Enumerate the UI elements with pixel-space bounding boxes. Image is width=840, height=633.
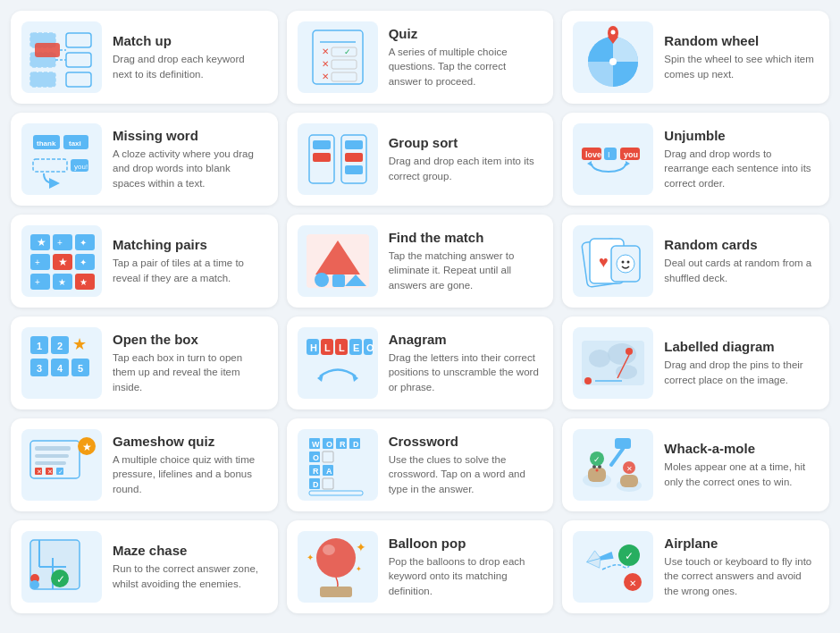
svg-rect-51 [30,254,50,270]
icon-random-wheel [573,21,653,93]
card-match-up[interactable]: Match up Drag and drop each keyword next… [11,11,278,104]
icon-crossword: W O R D O R D A [298,429,378,501]
svg-text:I: I [608,150,610,159]
card-desc-crossword: Use the clues to solve the crossword. Ta… [389,452,542,495]
icon-airplane: ✓ ✕ [573,531,653,603]
card-airplane[interactable]: ✓ ✕ Airplane Use touch or keyboard to fl… [562,520,829,613]
card-title-group-sort: Group sort [389,135,542,150]
svg-rect-6 [35,43,60,57]
svg-text:+: + [35,257,40,267]
card-missing-word[interactable]: thank taxi you! Missing word A cloze act… [11,113,278,206]
svg-rect-2 [30,72,55,87]
card-text-missing-word: Missing word A cloze activity where you … [113,128,265,190]
svg-rect-32 [313,140,331,149]
card-open-the-box[interactable]: 1 2 3 4 5 ★ Open the box Tap each box in… [11,316,278,409]
svg-point-101 [616,365,637,379]
card-desc-gameshow-quiz: A multiple choice quiz with time pressur… [113,452,265,495]
svg-text:✦: ✦ [80,257,87,267]
card-balloon-pop[interactable]: ✦ ✦ ✦ Balloon pop Pop the balloons to dr… [287,520,554,613]
svg-text:♥: ♥ [599,253,609,271]
svg-text:★: ★ [82,441,92,453]
icon-labelled-diagram [573,327,653,399]
card-matching-pairs[interactable]: ★ + ✦ + ★ ✦ + ★ ★ Matching pairs Ta [11,215,278,308]
card-random-cards[interactable]: ♥ Random cards Deal out cards at random … [562,215,829,308]
card-random-wheel[interactable]: Random wheel Spin the wheel to see which… [562,11,829,104]
card-text-anagram: Anagram Drag the letters into their corr… [389,332,542,393]
card-maze-chase[interactable]: ✓ Maze chase Run to the correct answer z… [11,520,278,613]
svg-text:✦: ✦ [307,553,314,562]
card-quiz[interactable]: ✕ ✕ ✕ ✓ Quiz A series of multiple choice… [287,11,554,104]
svg-text:E: E [353,342,359,353]
svg-text:A: A [326,467,332,476]
svg-text:✕: ✕ [322,72,329,81]
svg-rect-36 [345,165,363,174]
svg-text:4: 4 [57,363,63,374]
card-title-quiz: Quiz [389,26,542,41]
icon-whack-a-mole: ✓ ✕ [573,429,653,501]
svg-text:✦: ✦ [356,540,366,554]
svg-text:O: O [326,440,332,449]
icon-random-cards: ♥ [573,225,653,297]
card-group-sort[interactable]: Group sort Drag and drop each item into … [287,113,554,206]
card-text-whack-a-mole: Whack-a-mole Moles appear one at a time,… [664,441,817,488]
card-gameshow-quiz[interactable]: ✕ ✕ ✓ ★ Gameshow quiz A multiple choice … [11,418,278,511]
card-text-balloon-pop: Balloon pop Pop the balloons to drop eac… [389,536,542,597]
svg-text:✓: ✓ [593,455,601,464]
card-text-labelled-diagram: Labelled diagram Drag and drop the pins … [664,339,817,386]
card-text-find-the-match: Find the match Tap the matching answer t… [389,230,542,291]
svg-text:✦: ✦ [80,238,87,248]
icon-quiz: ✕ ✕ ✕ ✓ [298,21,378,93]
card-desc-open-the-box: Tap each box in turn to open them up and… [113,350,265,393]
svg-rect-132 [309,491,363,495]
svg-point-65 [315,273,329,287]
svg-text:✕: ✕ [322,59,329,69]
icon-missing-word: thank taxi you! [21,123,102,195]
svg-point-157 [30,580,39,589]
icon-unjumble: love I you [573,123,653,195]
svg-rect-136 [323,478,333,489]
svg-point-21 [611,30,616,35]
card-text-match-up: Match up Drag and drop each keyword next… [113,33,265,80]
card-whack-a-mole[interactable]: ✓ ✕ Whack-a-mole Moles appear one at a t… [562,418,829,511]
svg-text:H: H [310,342,317,353]
svg-text:✦: ✦ [356,565,362,573]
svg-rect-109 [35,461,66,465]
card-unjumble[interactable]: love I you Unjumble Drag and drop words … [562,113,829,206]
svg-text:love: love [585,150,601,159]
icon-anagram: H L L E O [298,327,378,399]
card-title-maze-chase: Maze chase [113,543,265,558]
svg-point-105 [584,377,592,384]
card-crossword[interactable]: W O R D O R D A [287,418,554,511]
card-desc-missing-word: A cloze activity where you drag and drop… [113,147,265,190]
svg-text:✕: ✕ [37,468,42,475]
svg-text:R: R [340,440,346,449]
card-desc-anagram: Drag the letters into their correct posi… [389,350,542,393]
card-desc-airplane: Use touch or keyboard to fly into the co… [664,554,817,597]
card-labelled-diagram[interactable]: Labelled diagram Drag and drop the pins … [562,316,829,409]
svg-point-72 [617,255,634,273]
svg-rect-57 [30,274,50,290]
svg-text:D: D [353,440,359,449]
svg-point-73 [622,261,625,264]
card-title-anagram: Anagram [389,332,542,347]
card-text-matching-pairs: Matching pairs Tap a pair of tiles at a … [113,237,265,284]
svg-text:taxi: taxi [69,139,81,148]
card-title-random-cards: Random cards [664,237,817,252]
card-anagram[interactable]: H L L E O Anagram Drag the letters into … [287,316,554,409]
card-desc-match-up: Drag and drop each keyword next to its d… [113,52,265,80]
svg-rect-27 [33,159,67,172]
svg-text:★: ★ [58,256,68,268]
svg-point-143 [596,469,599,472]
svg-rect-66 [332,274,345,287]
svg-text:✓: ✓ [56,573,65,586]
card-desc-whack-a-mole: Moles appear one at a time, hit only the… [664,460,817,488]
svg-text:L: L [324,342,331,353]
svg-marker-44 [587,161,592,166]
svg-text:D: D [313,480,319,489]
card-find-the-match[interactable]: Find the match Tap the matching answer t… [287,215,554,308]
svg-text:2: 2 [57,341,63,351]
card-desc-unjumble: Drag and drop words to rearrange each se… [664,147,817,190]
svg-text:★: ★ [58,277,66,287]
svg-text:★: ★ [80,277,88,287]
icon-gameshow-quiz: ✕ ✕ ✓ ★ [21,429,102,501]
